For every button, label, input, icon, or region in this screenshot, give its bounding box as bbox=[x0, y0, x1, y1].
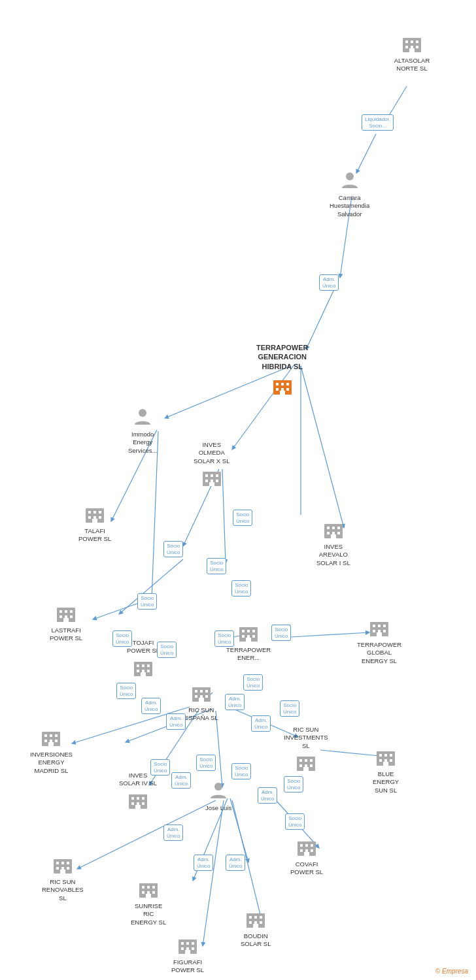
svg-rect-127 bbox=[303, 767, 309, 771]
svg-line-1 bbox=[356, 134, 376, 173]
svg-rect-91 bbox=[252, 630, 255, 632]
svg-rect-68 bbox=[327, 532, 330, 534]
svg-rect-67 bbox=[337, 527, 340, 529]
svg-rect-155 bbox=[61, 862, 64, 864]
svg-rect-107 bbox=[205, 690, 208, 693]
connections-svg bbox=[0, 0, 476, 980]
badge-socio-rse-1: SocioÚnico bbox=[116, 683, 136, 699]
svg-rect-117 bbox=[50, 740, 52, 742]
svg-rect-154 bbox=[56, 862, 59, 864]
svg-line-26 bbox=[230, 798, 248, 862]
node-inversiones: INVERSIONESENERGYMADRID SL bbox=[30, 725, 73, 775]
svg-rect-146 bbox=[300, 844, 303, 847]
badge-socio-jl-1: SocioÚnico bbox=[150, 759, 170, 776]
svg-rect-49 bbox=[205, 474, 208, 477]
label-inversiones: INVERSIONESENERGYMADRID SL bbox=[30, 751, 73, 775]
svg-rect-78 bbox=[70, 615, 73, 618]
svg-rect-178 bbox=[181, 942, 184, 945]
badge-socio-7: SocioÚnico bbox=[214, 630, 234, 647]
diagram-container: ALTASOLAR NORTE SL Liquidador.Socio... C… bbox=[0, 0, 476, 980]
svg-rect-42 bbox=[286, 383, 289, 385]
svg-rect-98 bbox=[378, 625, 381, 627]
svg-rect-134 bbox=[390, 759, 392, 762]
person-icon-camara bbox=[338, 169, 362, 192]
label-camara: CamaraHuestamendiaSalvador bbox=[330, 194, 369, 218]
label-ric-sun-espana: RIC SUNESPAÑA SL bbox=[184, 706, 218, 723]
node-ric-sun-espana: RIC SUNESPAÑA SL bbox=[184, 681, 218, 723]
badge-socio-4: SocioÚnico bbox=[137, 593, 157, 610]
node-jose-luis: Jose Luis bbox=[205, 779, 231, 812]
svg-rect-74 bbox=[65, 610, 67, 613]
svg-rect-148 bbox=[311, 844, 313, 847]
svg-rect-179 bbox=[186, 942, 189, 945]
svg-rect-46 bbox=[280, 391, 285, 395]
svg-rect-92 bbox=[242, 635, 245, 638]
svg-rect-162 bbox=[142, 886, 144, 889]
node-inves-solar-iv: INVESSOLAR IV SL bbox=[119, 770, 157, 811]
node-talafi: TALAFIPOWER SL bbox=[78, 502, 111, 544]
badge-adm-covafi-1: Adm.Único bbox=[163, 825, 183, 841]
node-lastrafi: LASTRAFIPOWER SL bbox=[50, 601, 82, 643]
svg-rect-103 bbox=[377, 632, 382, 636]
svg-rect-89 bbox=[242, 630, 245, 632]
svg-rect-172 bbox=[260, 916, 262, 919]
svg-rect-156 bbox=[67, 862, 69, 864]
svg-rect-125 bbox=[305, 764, 307, 767]
node-inves-arevalo: INVESAREVALOSOLAR I SL bbox=[316, 517, 350, 567]
svg-rect-86 bbox=[147, 670, 150, 672]
svg-rect-159 bbox=[67, 867, 69, 870]
svg-rect-79 bbox=[63, 618, 69, 622]
svg-point-38 bbox=[346, 172, 354, 180]
svg-rect-84 bbox=[137, 670, 139, 672]
badge-socio-tp-ener: SocioÚnico bbox=[271, 625, 291, 641]
svg-rect-140 bbox=[131, 802, 134, 805]
svg-rect-35 bbox=[411, 46, 413, 48]
badge-liquidador: Liquidador.Socio... bbox=[362, 114, 394, 131]
svg-rect-174 bbox=[254, 921, 257, 924]
svg-rect-65 bbox=[327, 527, 330, 529]
svg-rect-149 bbox=[300, 849, 303, 852]
svg-rect-167 bbox=[152, 891, 155, 894]
node-ric-sun-inv: RIC SUNINVESTMENTSSL bbox=[284, 724, 328, 774]
company-icon-blue-energy bbox=[374, 745, 398, 768]
svg-rect-32 bbox=[411, 41, 413, 43]
badge-adm-jl-2: Adm.Único bbox=[258, 787, 277, 804]
svg-rect-50 bbox=[211, 474, 213, 477]
svg-rect-168 bbox=[146, 894, 151, 898]
company-icon-lastrafi bbox=[54, 601, 78, 625]
svg-line-28 bbox=[203, 800, 224, 946]
label-ric-sun-inv: RIC SUNINVESTMENTSSL bbox=[284, 726, 328, 750]
svg-point-144 bbox=[214, 783, 222, 791]
badge-adm-rse-2: Adm.Único bbox=[166, 713, 186, 730]
svg-rect-63 bbox=[92, 519, 97, 523]
svg-rect-130 bbox=[384, 754, 387, 757]
label-inves-arevalo: INVESAREVALOSOLAR I SL bbox=[316, 543, 350, 567]
svg-rect-111 bbox=[199, 698, 204, 702]
node-ric-sun-ren: RIC SUNRENOVABLESSL bbox=[42, 853, 84, 902]
svg-point-47 bbox=[139, 409, 146, 417]
svg-rect-83 bbox=[147, 664, 150, 667]
svg-rect-147 bbox=[305, 844, 308, 847]
copyright-text: © Empresa bbox=[435, 968, 468, 975]
svg-rect-71 bbox=[331, 534, 336, 538]
svg-rect-163 bbox=[147, 886, 150, 889]
svg-rect-118 bbox=[55, 740, 58, 742]
badge-socio-5: SocioÚnico bbox=[112, 630, 132, 647]
svg-rect-105 bbox=[195, 690, 197, 693]
svg-rect-45 bbox=[286, 388, 289, 391]
svg-rect-121 bbox=[299, 759, 302, 762]
label-talafi: TALAFIPOWER SL bbox=[78, 527, 111, 544]
svg-rect-139 bbox=[142, 797, 144, 800]
copyright: © Empresa bbox=[435, 968, 468, 975]
svg-rect-122 bbox=[305, 759, 307, 762]
svg-rect-171 bbox=[254, 916, 257, 919]
svg-rect-126 bbox=[310, 764, 313, 767]
svg-rect-41 bbox=[281, 383, 284, 385]
svg-rect-37 bbox=[409, 48, 415, 52]
svg-rect-143 bbox=[135, 805, 141, 809]
svg-rect-31 bbox=[405, 41, 408, 43]
svg-rect-76 bbox=[60, 615, 62, 618]
svg-rect-138 bbox=[137, 797, 139, 800]
svg-rect-131 bbox=[390, 754, 392, 757]
svg-rect-81 bbox=[137, 664, 139, 667]
